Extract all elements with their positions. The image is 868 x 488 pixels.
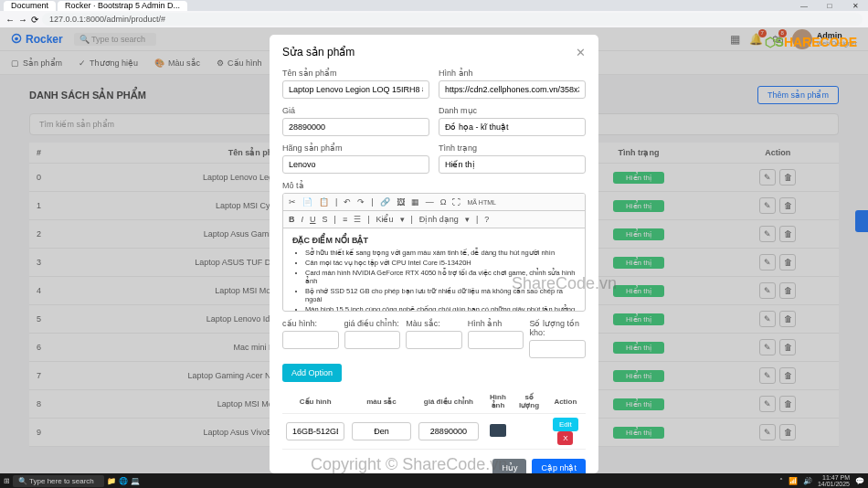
product-price-input[interactable] bbox=[282, 118, 429, 136]
paste-icon[interactable]: 📋 bbox=[317, 196, 331, 207]
expand-icon[interactable]: ⛶ bbox=[450, 196, 462, 207]
close-icon[interactable]: ✕ bbox=[576, 46, 586, 59]
label-opt-priceadj: giá điều chỉnh: bbox=[344, 319, 401, 328]
taskbar-search[interactable]: 🔍 Type here to search bbox=[13, 475, 104, 487]
options-table: Cấu hìnhmàu sắcgiá điều chỉnh Hình ảnhsố… bbox=[282, 389, 586, 450]
html-button[interactable]: MÃ HTML bbox=[465, 198, 498, 207]
undo-icon[interactable]: ↶ bbox=[342, 196, 353, 207]
label-opt-color: Màu sắc: bbox=[406, 319, 462, 328]
rich-editor: ✂📄📋| ↶↷| 🔗🖼▦ ―Ω⛶ MÃ HTML BI US |≡☰ |Kiểu… bbox=[282, 193, 586, 312]
label-image: Hình ảnh bbox=[439, 69, 586, 78]
label-price: Giá bbox=[282, 106, 429, 115]
address-row: ← → ⟳ 127.0.0.1:8000/admin/product/# bbox=[0, 11, 868, 27]
tb-app-icon[interactable]: 📁 bbox=[107, 477, 116, 485]
browser-tab[interactable]: Rocker · Bootstrap 5 Admin D... bbox=[58, 1, 187, 11]
opt-padj-cell[interactable] bbox=[418, 422, 480, 440]
submit-button[interactable]: Cập nhật bbox=[532, 459, 586, 473]
taskbar: ⊞ 🔍 Type here to search 📁 🌐 💻 ˄ 📶 🔊 11:4… bbox=[0, 473, 868, 488]
close-window-button[interactable]: ✕ bbox=[842, 0, 868, 11]
format-select[interactable]: Định dạng bbox=[418, 214, 460, 225]
cut-icon[interactable]: ✂ bbox=[287, 196, 298, 207]
label-brand: Hãng sản phẩm bbox=[282, 143, 429, 153]
product-image-input[interactable] bbox=[439, 80, 586, 99]
italic-icon[interactable]: I bbox=[300, 214, 306, 225]
tb-app-icon[interactable]: 💻 bbox=[131, 477, 140, 485]
opt-priceadj-input[interactable] bbox=[344, 331, 401, 349]
delete-option-button[interactable]: X bbox=[557, 431, 573, 445]
opt-qty-cell bbox=[513, 414, 545, 450]
watermark-logo: ⬡SHARECODE bbox=[765, 35, 857, 49]
redo-icon[interactable]: ↷ bbox=[355, 196, 366, 207]
label-opt-config: cấu hình: bbox=[282, 319, 339, 328]
copy-icon[interactable]: 📄 bbox=[301, 196, 314, 207]
help-icon[interactable]: ? bbox=[482, 214, 491, 225]
editor-toolbar: ✂📄📋| ↶↷| 🔗🖼▦ ―Ω⛶ MÃ HTML bbox=[283, 194, 585, 211]
label-desc: Mô tả bbox=[282, 181, 586, 190]
opt-config-input[interactable] bbox=[282, 331, 339, 349]
bold-icon[interactable]: B bbox=[287, 214, 297, 225]
back-icon[interactable]: ← bbox=[5, 15, 15, 25]
opt-config-cell[interactable] bbox=[286, 422, 344, 440]
product-category-select[interactable] bbox=[439, 118, 586, 136]
ul-icon[interactable]: ☰ bbox=[352, 214, 363, 225]
style-select[interactable]: Kiểu bbox=[374, 214, 395, 225]
option-row: Edit X bbox=[282, 414, 586, 450]
label-opt-stock: Số lượng tồn kho: bbox=[529, 319, 586, 337]
table-icon[interactable]: ▦ bbox=[409, 196, 421, 207]
max-window-button[interactable]: □ bbox=[817, 0, 842, 11]
underline-icon[interactable]: U bbox=[308, 214, 318, 225]
opt-color-cell[interactable] bbox=[352, 422, 410, 440]
opt-color-input[interactable] bbox=[406, 331, 462, 349]
ol-icon[interactable]: ≡ bbox=[341, 214, 349, 225]
symbol-icon[interactable]: Ω bbox=[439, 196, 449, 207]
opt-stock-input[interactable] bbox=[529, 340, 586, 358]
tb-app-icon[interactable]: 🌐 bbox=[119, 477, 128, 485]
tb-tray-icon[interactable]: ˄ bbox=[779, 477, 783, 485]
browser-tab-bar: Document Rocker · Bootstrap 5 Admin D...… bbox=[0, 0, 868, 11]
modal-overlay: Sửa sản phẩm ✕ Tên sản phẩm Hình ảnh Giá… bbox=[0, 27, 868, 488]
hr-icon[interactable]: ― bbox=[424, 196, 436, 207]
product-status-select[interactable] bbox=[439, 155, 586, 174]
start-icon[interactable]: ⊞ bbox=[4, 477, 10, 485]
product-name-input[interactable] bbox=[282, 80, 429, 99]
tb-wifi-icon[interactable]: 📶 bbox=[789, 477, 798, 485]
tb-sound-icon[interactable]: 🔊 bbox=[803, 477, 812, 485]
label-category: Danh mục bbox=[439, 106, 586, 115]
label-opt-img: Hình ảnh bbox=[468, 319, 524, 328]
label-status: Tình trạng bbox=[439, 143, 586, 153]
editor-content[interactable]: ĐẶC ĐIỂM NỔI BẬT Sở hữu thiết kế sang tr… bbox=[283, 228, 585, 311]
tb-notif-icon[interactable]: 💬 bbox=[855, 477, 864, 485]
image-icon[interactable]: 🖼 bbox=[395, 196, 407, 207]
browser-tab[interactable]: Document bbox=[4, 1, 56, 11]
cancel-button[interactable]: Hủy bbox=[492, 459, 526, 473]
edit-option-button[interactable]: Edit bbox=[553, 418, 578, 431]
product-brand-select[interactable] bbox=[282, 155, 429, 174]
min-window-button[interactable]: — bbox=[791, 0, 817, 11]
opt-img-input[interactable] bbox=[468, 331, 524, 349]
label-name: Tên sản phẩm bbox=[282, 69, 429, 78]
reload-icon[interactable]: ⟳ bbox=[31, 15, 38, 25]
modal-title: Sửa sản phẩm bbox=[282, 46, 355, 59]
link-icon[interactable]: 🔗 bbox=[378, 196, 392, 207]
opt-img-cell bbox=[482, 414, 513, 450]
add-option-button[interactable]: Add Option bbox=[282, 364, 342, 382]
strike-icon[interactable]: S bbox=[321, 214, 330, 225]
address-bar[interactable]: 127.0.0.1:8000/admin/product/# bbox=[42, 13, 863, 26]
edit-product-modal: Sửa sản phẩm ✕ Tên sản phẩm Hình ảnh Giá… bbox=[270, 35, 598, 473]
fwd-icon[interactable]: → bbox=[18, 15, 27, 25]
